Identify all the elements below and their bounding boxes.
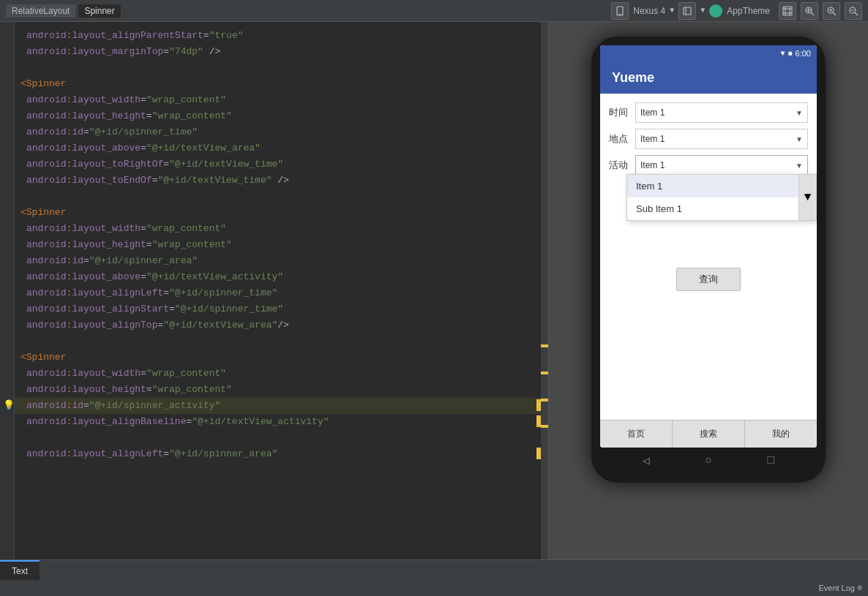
code-line [15,333,548,350]
code-line: android:layout_height="wrap_content" [15,382,548,398]
orientation-btn[interactable] [678,2,696,20]
dropdown-scroll-arrow[interactable]: ▼ [798,175,816,220]
tab-spinner[interactable]: Spinner [78,4,120,18]
spinner-place-value: Item 1 [640,134,665,144]
code-line: android:layout_width="wrap_content" [15,92,548,108]
app-title: Yueme [612,70,654,86]
scrollbar-track[interactable] [541,22,548,559]
svg-line-14 [833,12,836,15]
code-line [15,189,548,205]
label-activity: 活动 [609,159,629,172]
form-row-activity: 活动 Item 1 ▼ [609,155,808,176]
main-content: android:layout_alignParentStart="true" a… [0,22,868,559]
status-bottom: Event Log ⚙ [0,580,868,596]
code-line: android:layout_height="wrap_content" [15,237,548,253]
chevron-down-icon: ▼ [796,135,803,143]
code-line: android:layout_toRightOf="@+id/textView_… [15,156,548,173]
app-bar: Yueme [600,61,817,94]
orient-chevron[interactable]: ▼ [700,7,705,15]
signal-icon: ■ [788,50,793,58]
top-bar: RelativeLayout Spinner Nexus 4 ▼ ▼ AppTh… [0,0,868,22]
dropdown-item-2[interactable]: Sub Item 1 [627,197,816,220]
activity-dropdown[interactable]: Item 1 Sub Item 1 ▼ [626,174,817,221]
bottom-tabs: Text [0,559,868,580]
zoom-out-button[interactable] [845,2,862,20]
wifi-icon: ▼ [781,50,785,58]
warning-tick [541,344,548,347]
warning-tick [541,425,548,428]
lightbulb-icon[interactable]: 💡 [3,399,15,413]
svg-rect-1 [618,14,621,15]
label-place: 地点 [609,132,629,146]
nav-search[interactable]: 搜索 [673,420,745,448]
code-line: android:layout_alignLeft="@+id/spinner_a… [15,446,548,462]
code-line: android:layout_alignStart="@+id/spinner_… [15,301,548,317]
form-row-time: 时间 Item 1 ▼ [609,102,808,123]
nav-home[interactable]: 首页 [600,420,673,448]
code-line: android:layout_alignParentStart="true" [15,28,548,44]
nav-mine[interactable]: 我的 [745,420,817,448]
chevron-down-icon: ▼ [804,191,812,204]
chevron-down-icon: ▼ [796,162,803,170]
spinner-time[interactable]: Item 1 ▼ [635,102,808,123]
code-panel[interactable]: android:layout_alignParentStart="true" a… [0,22,549,559]
dropdown-item-1[interactable]: Item 1 [627,175,816,197]
label-time: 时间 [609,106,629,119]
tab-relativelayout[interactable]: RelativeLayout [6,4,75,18]
code-line: android:layout_above="@+id/textView_acti… [15,269,548,285]
code-line: android:layout_alignBaseline="@+id/textV… [15,414,548,430]
code-line: android:layout_above="@+id/textView_area… [15,140,548,156]
code-line: android:layout_width="wrap_content" [15,221,548,237]
event-log-label[interactable]: Event Log [818,584,855,592]
code-line: android:layout_alignLeft="@+id/spinner_t… [15,285,548,301]
svg-rect-2 [684,7,691,15]
theme-label: AppTheme [727,6,770,16]
svg-rect-4 [783,7,792,15]
svg-line-10 [811,12,814,15]
code-line: android:layout_height="wrap_content" [15,108,548,124]
home-button[interactable]: ○ [705,454,712,467]
zoom-100-button[interactable] [801,2,818,20]
code-line-highlighted: android:id="@+id/spinner_activity" 💡 [15,398,548,414]
form-row-place: 地点 Item 1 ▼ [609,129,808,149]
code-line: <Spinner [15,350,548,366]
theme-icon[interactable] [709,4,722,18]
phone-mockup: ▼ ■ 6:00 Yueme 时间 Item 1 ▼ [591,37,826,483]
warning-tick [541,371,548,374]
code-line [15,60,548,76]
fit-button[interactable] [779,2,796,20]
code-line: android:layout_toEndOf="@+id/textView_ti… [15,173,548,189]
device-dropdown-btn[interactable] [611,2,629,20]
svg-line-18 [855,12,858,15]
code-line: android:layout_alignTop="@+id/textView_a… [15,317,548,333]
spinner-activity-value: Item 1 [640,160,665,170]
warning-tick [541,399,548,401]
code-line: <Spinner [15,76,548,92]
back-button[interactable]: ◁ [643,453,650,468]
spinner-place[interactable]: Item 1 ▼ [635,129,808,149]
recents-button[interactable]: □ [768,454,775,467]
spinner-activity[interactable]: Item 1 ▼ [635,155,808,176]
phone-status-bar: ▼ ■ 6:00 [600,45,817,61]
spinner-time-value: Item 1 [640,107,665,118]
code-line: android:id="@+id/spinner_time" [15,124,548,140]
device-chevron[interactable]: ▼ [670,7,674,15]
bottom-nav: 首页 搜索 我的 [600,420,817,448]
zoom-in-button[interactable] [823,2,840,20]
app-content: 时间 Item 1 ▼ 地点 Item 1 ▼ [600,94,817,420]
settings-icon[interactable]: ⚙ [858,584,862,592]
phone-screen: ▼ ■ 6:00 Yueme 时间 Item 1 ▼ [600,45,817,448]
code-line: android:layout_marginTop="74dp" /> [15,44,548,60]
code-line: android:id="@+id/spinner_area" [15,253,548,269]
code-content: android:layout_alignParentStart="true" a… [15,22,548,468]
chevron-down-icon: ▼ [796,109,803,117]
preview-panel: ▼ ■ 6:00 Yueme 时间 Item 1 ▼ [549,22,868,559]
tab-text[interactable]: Text [0,560,40,580]
clock: 6:00 [796,49,811,58]
device-label: Nexus 4 [633,6,665,16]
query-button[interactable]: 查询 [676,268,741,291]
code-line: <Spinner [15,205,548,221]
android-nav: ◁ ○ □ [600,448,817,474]
toolbar-right: Nexus 4 ▼ ▼ AppTheme [611,2,862,20]
code-line: android:layout_width="wrap_content" [15,366,548,382]
